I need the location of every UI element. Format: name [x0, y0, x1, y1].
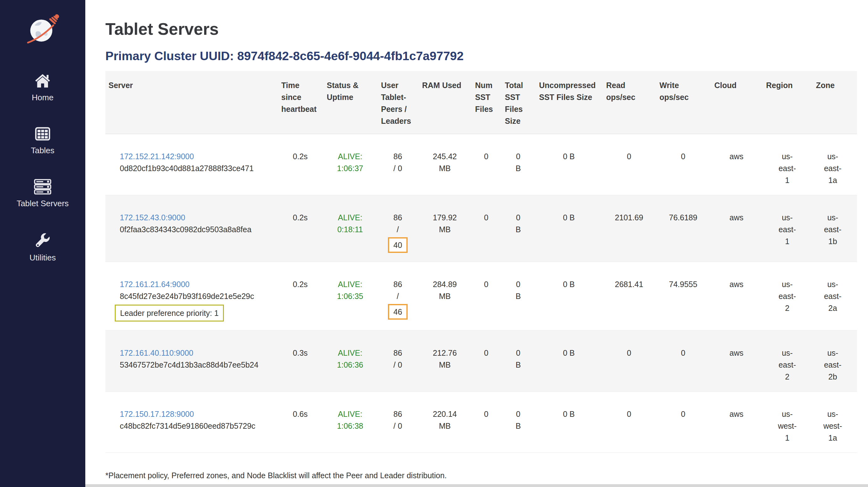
peers-leaders-cell: 86 /40 — [381, 195, 422, 262]
table-row: 172.150.17.128:9000c48bc82fc7314d5e91860… — [105, 392, 857, 453]
ram-used-cell: 220.14 MB — [422, 392, 475, 453]
server-address-link[interactable]: 172.152.21.142:9000 — [120, 151, 194, 162]
leaders-highlight-badge: 40 — [388, 237, 408, 253]
table-row: 172.161.21.64:90008c45fd27e3e24b7b93f169… — [105, 262, 857, 331]
column-header: Num SST Files — [475, 71, 505, 134]
horizontal-scrollbar-track[interactable] — [85, 484, 868, 487]
column-header: RAM Used — [422, 71, 475, 134]
heartbeat-cell: 0.2s — [281, 134, 327, 195]
num-sst-files-cell: 0 — [475, 262, 505, 331]
column-header: User Tablet-Peers / Leaders — [381, 71, 422, 134]
write-ops-cell: 76.6189 — [659, 195, 714, 262]
status-uptime-cell: ALIVE: 1:06:35 — [327, 262, 381, 331]
status-uptime-cell: ALIVE: 1:06:38 — [327, 392, 381, 453]
region-cell: us- west- 1 — [766, 392, 816, 453]
table-header: ServerTime since heartbeatStatus & Uptim… — [105, 71, 857, 134]
num-sst-files-cell: 0 — [475, 195, 505, 262]
server-address-link[interactable]: 172.152.43.0:9000 — [120, 212, 185, 223]
table-row: 172.152.21.142:90000d820cf1b93c40d881a27… — [105, 134, 857, 195]
cloud-cell: aws — [714, 392, 766, 453]
sidebar-item-label: Tables — [31, 146, 54, 156]
leaders-highlight-badge: 46 — [388, 304, 408, 320]
sidebar-item-utilities[interactable]: Utilities — [17, 232, 69, 263]
sidebar: HomeTablesTablet ServersUtilities — [0, 0, 85, 487]
total-sst-size-cell: 0 B — [505, 195, 539, 262]
zone-cell: us- west- 1a — [816, 392, 857, 453]
ram-used-cell: 212.76 MB — [422, 331, 475, 392]
utilities-icon — [34, 232, 52, 249]
zone-cell: us- east- 2b — [816, 331, 857, 392]
region-cell: us- east- 1 — [766, 195, 816, 262]
uncompressed-sst-size-cell: 0 B — [539, 195, 606, 262]
tablet-servers-icon — [33, 178, 52, 195]
peers-leaders-value: 86 / 0 — [394, 349, 402, 369]
cluster-uuid-heading: Primary Cluster UUID: 8974f842-8c65-4e6f… — [105, 49, 862, 63]
cloud-cell: aws — [714, 195, 766, 262]
server-cell: 172.161.40.110:900053467572be7c4d13b3ac8… — [105, 331, 281, 392]
placement-note: *Placement policy, Preferred zones, and … — [105, 471, 862, 480]
num-sst-files-cell: 0 — [475, 331, 505, 392]
peers-leaders-value: 86 / 0 — [394, 410, 402, 430]
peers-boxed-line: 40 — [381, 237, 414, 253]
server-cell: 172.150.17.128:9000c48bc82fc7314d5e91860… — [105, 392, 281, 453]
column-header: Time since heartbeat — [281, 71, 327, 134]
region-cell: us- east- 2 — [766, 331, 816, 392]
sidebar-item-label: Home — [32, 93, 53, 102]
heartbeat-cell: 0.3s — [281, 331, 327, 392]
server-cell: 172.152.21.142:90000d820cf1b93c40d881a27… — [105, 134, 281, 195]
server-uuid: 53467572be7c4d13b3ac88d4b7ee5b24 — [120, 359, 274, 371]
total-sst-size-cell: 0 B — [505, 262, 539, 331]
sidebar-item-tables[interactable]: Tables — [17, 126, 69, 156]
sidebar-item-label: Utilities — [29, 253, 56, 263]
server-address-link[interactable]: 172.161.40.110:9000 — [120, 347, 193, 359]
peers-leaders-value: 86 / — [394, 213, 402, 234]
region-cell: us- east- 1 — [766, 134, 816, 195]
table-row: 172.161.40.110:900053467572be7c4d13b3ac8… — [105, 331, 857, 392]
peers-leaders-cell: 86 / 0 — [381, 134, 422, 195]
column-header: Server — [105, 71, 281, 134]
read-ops-cell: 0 — [606, 134, 659, 195]
sidebar-item-home[interactable]: Home — [17, 72, 69, 102]
ram-used-cell: 179.92 MB — [422, 195, 475, 262]
column-header: Status & Uptime — [327, 71, 381, 134]
cloud-cell: aws — [714, 262, 766, 331]
sidebar-item-label: Tablet Servers — [17, 199, 69, 208]
write-ops-cell: 0 — [659, 392, 714, 453]
page-title: Tablet Servers — [105, 20, 862, 38]
total-sst-size-cell: 0 B — [505, 134, 539, 195]
main-content: Tablet Servers Primary Cluster UUID: 897… — [85, 20, 868, 487]
server-address-link[interactable]: 172.161.21.64:9000 — [120, 278, 189, 290]
region-cell: us- east- 2 — [766, 262, 816, 331]
column-header: Cloud — [714, 71, 766, 134]
column-header: Zone — [816, 71, 857, 134]
uncompressed-sst-size-cell: 0 B — [539, 262, 606, 331]
sidebar-nav: HomeTablesTablet ServersUtilities — [17, 49, 69, 263]
read-ops-cell: 0 — [606, 392, 659, 453]
server-cell: 172.161.21.64:90008c45fd27e3e24b7b93f169… — [105, 262, 281, 331]
globe-rocket-logo-icon[interactable] — [23, 12, 63, 49]
column-header: Total SST Files Size — [505, 71, 539, 134]
uncompressed-sst-size-cell: 0 B — [539, 392, 606, 453]
total-sst-size-cell: 0 B — [505, 331, 539, 392]
column-header: Read ops/sec — [606, 71, 659, 134]
num-sst-files-cell: 0 — [475, 134, 505, 195]
zone-cell: us- east- 2a — [816, 262, 857, 331]
status-uptime-cell: ALIVE: 1:06:36 — [327, 331, 381, 392]
status-uptime-cell: ALIVE: 0:18:11 — [327, 195, 381, 262]
write-ops-cell: 74.9555 — [659, 262, 714, 331]
leader-preference-badge: Leader preference priority: 1 — [115, 304, 224, 322]
sidebar-item-tablet-servers[interactable]: Tablet Servers — [17, 178, 69, 208]
column-header: Region — [766, 71, 816, 134]
server-address-link[interactable]: 172.150.17.128:9000 — [120, 408, 194, 420]
peers-boxed-line: 46 — [381, 304, 414, 320]
status-uptime-cell: ALIVE: 1:06:37 — [327, 134, 381, 195]
home-icon — [34, 72, 52, 89]
uncompressed-sst-size-cell: 0 B — [539, 331, 606, 392]
ram-used-cell: 284.89 MB — [422, 262, 475, 331]
column-header: Write ops/sec — [659, 71, 714, 134]
heartbeat-cell: 0.6s — [281, 392, 327, 453]
server-uuid: 0d820cf1b93c40d881a27888f33ce471 — [120, 162, 274, 174]
peers-leaders-value: 86 / 0 — [394, 152, 402, 173]
total-sst-size-cell: 0 B — [505, 392, 539, 453]
read-ops-cell: 2681.41 — [606, 262, 659, 331]
